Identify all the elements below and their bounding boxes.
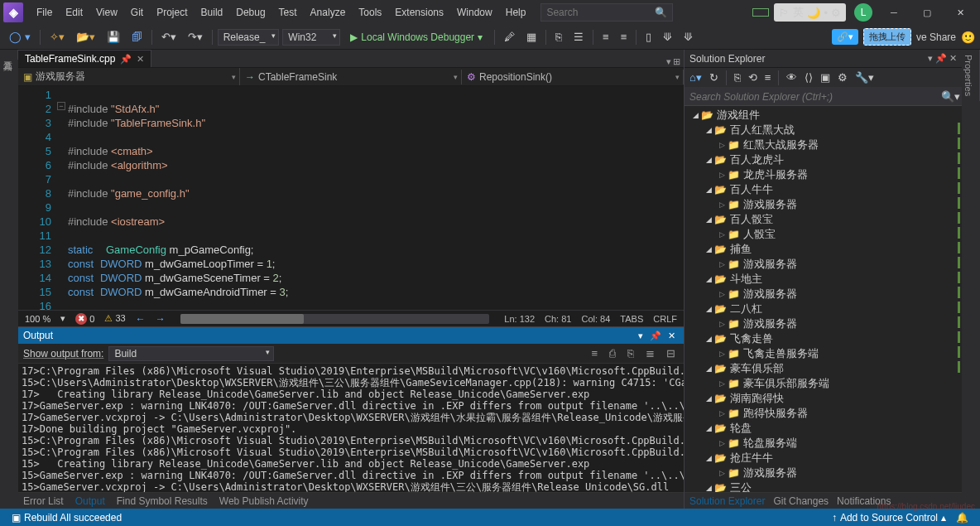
warning-badge[interactable]: ⚠ bbox=[104, 313, 113, 323]
chevron-down-icon[interactable]: ◢ bbox=[703, 424, 714, 432]
tree-row[interactable]: ▷📁游戏服务器 bbox=[685, 197, 962, 212]
liveshare-link-button[interactable]: 🔗▾ bbox=[832, 29, 858, 45]
sol-icon-8[interactable]: ▣ bbox=[819, 70, 832, 85]
chevron-down-icon[interactable]: ◢ bbox=[703, 215, 714, 224]
tree-row[interactable]: ◢📂百人龙虎斗 bbox=[685, 152, 962, 167]
platform-dropdown[interactable]: Win32 bbox=[282, 29, 340, 46]
menu-edit[interactable]: Edit bbox=[59, 3, 89, 22]
redo-icon[interactable]: ↷▾ bbox=[184, 28, 207, 46]
save-icon[interactable]: 💾 bbox=[103, 28, 124, 46]
chevron-down-icon[interactable]: ◢ bbox=[703, 245, 714, 253]
chevron-right-icon[interactable]: ▷ bbox=[716, 409, 728, 417]
nav-back-icon[interactable]: ◯ ▾ bbox=[5, 28, 35, 46]
menu-project[interactable]: Project bbox=[150, 3, 194, 22]
chevron-down-icon[interactable]: ◢ bbox=[703, 484, 714, 492]
tree-row[interactable]: ◢📂轮盘 bbox=[685, 421, 962, 436]
sol-icon-10[interactable]: 🔧▾ bbox=[853, 70, 876, 85]
config-dropdown[interactable]: Release_ bbox=[218, 29, 280, 46]
output-tab[interactable]: Web Publish Activity bbox=[219, 495, 309, 507]
chevron-down-icon[interactable]: ◢ bbox=[689, 111, 701, 119]
sol-close-icon[interactable]: ✕ bbox=[949, 53, 957, 64]
menu-build[interactable]: Build bbox=[195, 3, 230, 22]
chevron-right-icon[interactable]: ▷ bbox=[716, 439, 728, 447]
tree-row[interactable]: ▷📁飞禽走兽服务端 bbox=[685, 346, 962, 361]
chevron-right-icon[interactable]: ▷ bbox=[716, 141, 728, 149]
tree-row[interactable]: ◢📂三公 bbox=[685, 480, 962, 492]
sol-search-input[interactable] bbox=[685, 91, 939, 103]
sol-search[interactable]: 🔍▾ bbox=[685, 88, 962, 106]
tb-icon-6[interactable]: ≡ bbox=[617, 28, 632, 46]
close-button[interactable]: ✕ bbox=[944, 1, 977, 24]
tree-row[interactable]: ▷📁游戏服务器 bbox=[685, 257, 962, 272]
prev-icon[interactable]: ← bbox=[136, 313, 146, 325]
output-from-dropdown[interactable]: Build bbox=[108, 346, 274, 361]
new-item-icon[interactable]: ✧▾ bbox=[46, 28, 69, 46]
tree-row[interactable]: ◢📂豪车俱乐部 bbox=[685, 361, 962, 376]
feedback-icon[interactable]: 🙂 bbox=[961, 31, 975, 44]
properties-tab[interactable]: Properties bbox=[962, 50, 980, 101]
tree-row[interactable]: ▷📁游戏服务器 bbox=[685, 316, 962, 331]
toolbox-tab[interactable]: 工具箱 bbox=[0, 50, 18, 60]
output-body[interactable]: 17>C:\Program Files (x86)\Microsoft Visu… bbox=[18, 364, 684, 492]
tree-row[interactable]: ◢📂游戏组件 bbox=[685, 108, 962, 123]
sol-icon-5[interactable]: ≡ bbox=[763, 70, 773, 85]
minimize-button[interactable]: ─ bbox=[877, 1, 910, 24]
out-icon-3[interactable]: ⎘ bbox=[624, 345, 637, 361]
maximize-button[interactable]: ▢ bbox=[910, 1, 944, 24]
sol-tab[interactable]: Git Changes bbox=[773, 495, 829, 507]
menu-view[interactable]: View bbox=[89, 3, 124, 22]
sol-home-icon[interactable]: ⌂▾ bbox=[688, 70, 704, 85]
tree-row[interactable]: ▷📁游戏服务器 bbox=[685, 287, 962, 302]
chevron-right-icon[interactable]: ▷ bbox=[716, 171, 728, 179]
chevron-down-icon[interactable]: ◢ bbox=[703, 275, 714, 283]
chevron-right-icon[interactable]: ▷ bbox=[716, 290, 728, 298]
menu-analyze[interactable]: Analyze bbox=[304, 3, 353, 22]
tb-icon-1[interactable]: 🖉 bbox=[500, 28, 519, 46]
error-badge[interactable]: ✖ bbox=[75, 313, 87, 325]
tab-overflow-icon[interactable]: ▾ bbox=[666, 56, 671, 67]
tree-row[interactable]: ▷📁游戏服务器 bbox=[685, 466, 962, 480]
tree-row[interactable]: ▷📁红黑大战服务器 bbox=[685, 138, 962, 152]
search-input[interactable] bbox=[546, 7, 655, 18]
out-icon-1[interactable]: ≡ bbox=[588, 345, 601, 361]
sol-icon-7[interactable]: ⟨⟩ bbox=[803, 70, 814, 85]
pin-icon[interactable]: 📌 bbox=[120, 54, 132, 65]
zoom-dd-icon[interactable]: ▾ bbox=[60, 313, 65, 324]
tab-close-icon[interactable]: ✕ bbox=[137, 54, 144, 65]
tree-row[interactable]: ◢📂抢庄牛牛 bbox=[685, 451, 962, 466]
output-tab[interactable]: Output bbox=[75, 495, 105, 507]
tb-icon-5[interactable]: ≡ bbox=[598, 28, 613, 46]
menu-file[interactable]: File bbox=[30, 3, 59, 22]
tree-row[interactable]: ▷📁人骰宝 bbox=[685, 227, 962, 242]
chevron-right-icon[interactable]: ▷ bbox=[716, 350, 728, 358]
tree-row[interactable]: ◢📂飞禽走兽 bbox=[685, 331, 962, 346]
menu-window[interactable]: Window bbox=[450, 3, 499, 22]
panel-close-icon[interactable]: ✕ bbox=[668, 331, 675, 341]
tb-icon-9[interactable]: ⟱ bbox=[680, 28, 697, 46]
zoom-level[interactable]: 100 % bbox=[25, 314, 50, 324]
upload-pill[interactable]: 拖拽上传 bbox=[863, 28, 911, 46]
menu-tools[interactable]: Tools bbox=[352, 3, 388, 22]
tree-row[interactable]: ◢📂百人牛牛 bbox=[685, 182, 962, 197]
chevron-right-icon[interactable]: ▷ bbox=[716, 469, 728, 477]
chevron-right-icon[interactable]: ▷ bbox=[716, 379, 728, 388]
file-tab[interactable]: TableFrameSink.cpp 📌 ✕ bbox=[18, 50, 151, 67]
out-icon-4[interactable]: ≣ bbox=[642, 345, 658, 361]
menu-extensions[interactable]: Extensions bbox=[388, 3, 450, 22]
sol-icon-2[interactable]: ↻ bbox=[708, 70, 720, 85]
sol-tab[interactable]: Solution Explorer bbox=[689, 495, 765, 507]
chevron-down-icon[interactable]: ◢ bbox=[703, 364, 714, 373]
start-debug-button[interactable]: ▶ Local Windows Debugger ▾ bbox=[343, 29, 489, 46]
out-icon-5[interactable]: ⊟ bbox=[663, 345, 679, 361]
options-icon[interactable]: ▾ bbox=[638, 331, 643, 341]
tb-icon-4[interactable]: ☰ bbox=[569, 28, 588, 46]
sol-icon-6[interactable]: 👁 bbox=[785, 70, 799, 85]
chevron-right-icon[interactable]: ▷ bbox=[716, 230, 728, 239]
tb-icon-3[interactable]: ⎘ bbox=[551, 28, 566, 46]
menu-test[interactable]: Test bbox=[272, 3, 304, 22]
nav-scope-dropdown[interactable]: ▣游戏服务器 bbox=[18, 68, 240, 85]
h-scrollbar[interactable] bbox=[180, 314, 490, 324]
chevron-down-icon[interactable]: ◢ bbox=[703, 186, 714, 194]
chevron-right-icon[interactable]: ▷ bbox=[716, 320, 728, 328]
tree-row[interactable]: ▷📁龙虎斗服务器 bbox=[685, 167, 962, 182]
